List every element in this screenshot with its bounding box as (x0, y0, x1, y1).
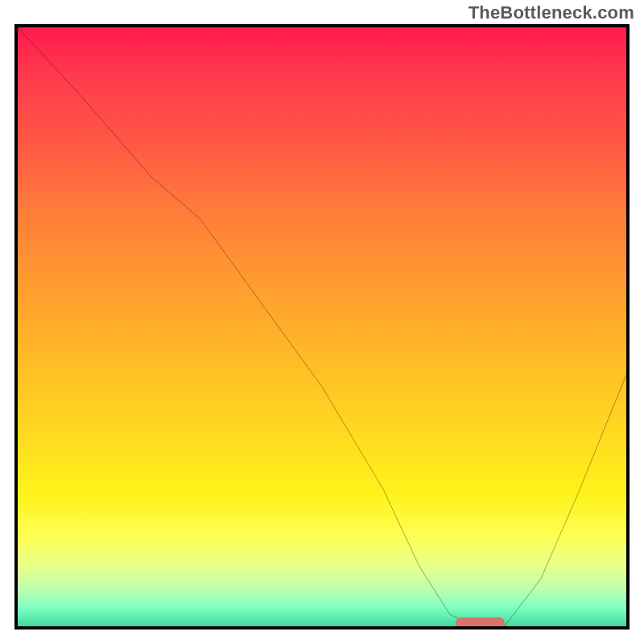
background-gradient (18, 27, 626, 626)
watermark-text: TheBottleneck.com (469, 2, 634, 23)
plot-area (14, 24, 630, 630)
chart-frame: TheBottleneck.com (0, 0, 644, 644)
optimal-marker (456, 617, 504, 629)
